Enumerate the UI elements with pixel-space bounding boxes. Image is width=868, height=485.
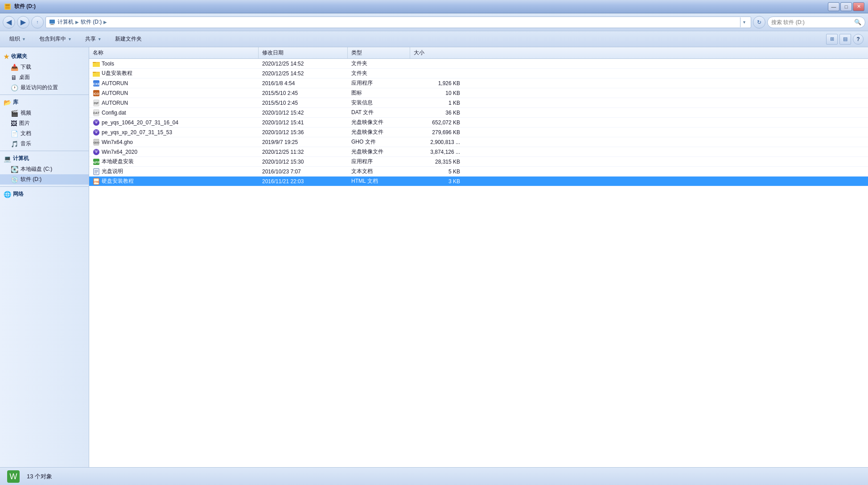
file-type-icon xyxy=(93,168,100,175)
file-name-cell: ISO pe_yqs_xp_20_07_31_15_53 xyxy=(89,129,259,136)
organize-button[interactable]: 组织 ▼ xyxy=(4,33,31,45)
svg-rect-3 xyxy=(49,20,55,24)
computer-icon xyxy=(49,19,56,26)
file-type-cell: 应用程序 xyxy=(348,79,410,87)
main-area: ★ 收藏夹 📥 下载 🖥 桌面 🕐 最近访问的位置 📂 库 xyxy=(0,47,868,467)
network-icon: 🌐 xyxy=(4,191,11,198)
help-button[interactable]: ? xyxy=(853,34,864,45)
sidebar-item-recent[interactable]: 🕐 最近访问的位置 xyxy=(0,82,89,93)
file-type-icon xyxy=(93,70,100,77)
svg-text:HTML: HTML xyxy=(93,181,99,183)
address-bar: ◀ ▶ ↑ 计算机 ▶ 软件 (D:) ▶ ▼ ↻ 🔍 xyxy=(0,13,868,31)
sidebar: ★ 收藏夹 📥 下载 🖥 桌面 🕐 最近访问的位置 📂 库 xyxy=(0,47,89,467)
pictures-icon: 🖼 xyxy=(11,120,17,127)
file-type-icon: GHO xyxy=(93,139,100,146)
table-row[interactable]: U盘安装教程 2020/12/25 14:52 文件夹 xyxy=(89,69,868,78)
file-size-cell: 1,926 KB xyxy=(410,80,464,86)
file-name-cell: 光盘说明 xyxy=(89,168,259,175)
breadcrumb-dropdown[interactable]: ▼ xyxy=(740,17,748,27)
file-type-icon: ICO xyxy=(93,90,100,97)
file-type-icon: EXE xyxy=(93,80,100,87)
col-header-date[interactable]: 修改日期 xyxy=(259,47,348,58)
col-header-type[interactable]: 类型 xyxy=(348,47,410,58)
up-button[interactable]: ↑ xyxy=(31,16,44,29)
svg-rect-5 xyxy=(50,25,54,25)
table-row[interactable]: ICO AUTORUN 2015/5/10 2:45 图标 10 KB xyxy=(89,88,868,98)
sidebar-library-header[interactable]: 📂 库 xyxy=(0,97,89,108)
maximize-button[interactable]: □ xyxy=(840,2,852,11)
table-row[interactable]: APP 本地硬盘安装 2020/10/12 15:30 应用程序 28,315 … xyxy=(89,157,868,167)
sidebar-item-software-d[interactable]: 💿 软件 (D:) xyxy=(0,174,89,185)
window-icon xyxy=(4,3,12,11)
window-controls: — □ ✕ xyxy=(828,2,864,11)
file-date-cell: 2015/5/10 2:45 xyxy=(259,90,348,96)
minimize-button[interactable]: — xyxy=(828,2,839,11)
refresh-button[interactable]: ↻ xyxy=(753,16,765,29)
col-header-size[interactable]: 大小 xyxy=(410,47,464,58)
sidebar-item-videos[interactable]: 🎬 视频 xyxy=(0,108,89,118)
file-type-cell: 文件夹 xyxy=(348,60,410,67)
file-name-cell: GHO Win7x64.gho xyxy=(89,139,259,146)
table-row[interactable]: ISO pe_yqs_xp_20_07_31_15_53 2020/10/12 … xyxy=(89,127,868,137)
file-date-cell: 2020/10/12 15:30 xyxy=(259,159,348,165)
file-date-cell: 2020/12/25 14:52 xyxy=(259,61,348,67)
forward-button[interactable]: ▶ xyxy=(17,16,29,29)
sidebar-item-pictures[interactable]: 🖼 图片 xyxy=(0,118,89,128)
col-header-name[interactable]: 名称 xyxy=(89,47,259,58)
sidebar-network-section: 🌐 网络 xyxy=(0,189,89,200)
disk-d-icon: 💿 xyxy=(11,176,18,183)
file-size-cell: 2,900,813 ... xyxy=(410,139,464,145)
sidebar-favorites-section: ★ 收藏夹 📥 下载 🖥 桌面 🕐 最近访问的位置 xyxy=(0,51,89,93)
sidebar-item-downloads[interactable]: 📥 下载 xyxy=(0,62,89,72)
table-row[interactable]: 光盘说明 2016/10/23 7:07 文本文档 5 KB xyxy=(89,167,868,177)
include-library-button[interactable]: 包含到库中 ▼ xyxy=(34,33,77,45)
file-area: 名称 修改日期 类型 大小 Tools 2020/12/25 14:52 文件夹… xyxy=(89,47,868,467)
file-size-cell: 36 KB xyxy=(410,110,464,116)
file-type-icon: ISO xyxy=(93,148,100,156)
file-size-cell: 652,072 KB xyxy=(410,119,464,126)
documents-icon: 📄 xyxy=(11,130,18,137)
search-icon[interactable]: 🔍 xyxy=(854,19,861,25)
svg-text:DAT: DAT xyxy=(93,111,100,115)
breadcrumb-drive[interactable]: 软件 (D:) xyxy=(81,18,102,26)
sidebar-item-music[interactable]: 🎵 音乐 xyxy=(0,139,89,149)
sidebar-network-header[interactable]: 🌐 网络 xyxy=(0,189,89,200)
view-options-button[interactable]: ⊞ xyxy=(826,34,838,45)
search-input[interactable] xyxy=(771,19,852,25)
share-button[interactable]: 共享 ▼ xyxy=(80,33,107,45)
back-button[interactable]: ◀ xyxy=(3,16,15,29)
table-row[interactable]: DAT Config.dat 2020/10/12 15:42 DAT 文件 3… xyxy=(89,108,868,118)
sidebar-item-documents[interactable]: 📄 文档 xyxy=(0,128,89,139)
new-folder-button[interactable]: 新建文件夹 xyxy=(110,33,147,45)
sidebar-library-section: 📂 库 🎬 视频 🖼 图片 📄 文档 🎵 音乐 xyxy=(0,97,89,149)
sidebar-item-local-c[interactable]: 💽 本地磁盘 (C:) xyxy=(0,164,89,174)
title-bar-left: 软件 (D:) xyxy=(4,3,36,11)
sidebar-favorites-header[interactable]: ★ 收藏夹 xyxy=(0,51,89,62)
file-size-cell: 28,315 KB xyxy=(410,159,464,165)
table-row[interactable]: HTML 硬盘安装教程 2016/11/21 22:03 HTML 文档 3 K… xyxy=(89,177,868,186)
table-row[interactable]: EXE AUTORUN 2016/1/8 4:54 应用程序 1,926 KB xyxy=(89,78,868,88)
close-button[interactable]: ✕ xyxy=(853,2,864,11)
table-row[interactable]: ISO Win7x64_2020 2020/12/25 11:32 光盘映像文件… xyxy=(89,147,868,157)
file-name-cell: Tools xyxy=(89,60,259,67)
file-type-cell: 光盘映像文件 xyxy=(348,148,410,156)
file-list: Tools 2020/12/25 14:52 文件夹 U盘安装教程 2020/1… xyxy=(89,59,868,467)
preview-button[interactable]: ▤ xyxy=(839,34,851,45)
file-size-cell: 10 KB xyxy=(410,90,464,96)
sidebar-computer-header[interactable]: 💻 计算机 xyxy=(0,153,89,164)
table-row[interactable]: GHO Win7x64.gho 2019/9/7 19:25 GHO 文件 2,… xyxy=(89,137,868,147)
computer-folder-icon: 💻 xyxy=(4,155,11,162)
file-type-cell: 图标 xyxy=(348,89,410,97)
table-row[interactable]: Tools 2020/12/25 14:52 文件夹 xyxy=(89,59,868,69)
sidebar-computer-section: 💻 计算机 💽 本地磁盘 (C:) 💿 软件 (D:) xyxy=(0,153,89,185)
breadcrumb-computer[interactable]: 计算机 xyxy=(58,18,74,26)
sidebar-item-desktop[interactable]: 🖥 桌面 xyxy=(0,72,89,82)
video-icon: 🎬 xyxy=(11,110,18,117)
search-bar: 🔍 xyxy=(767,16,865,28)
file-type-cell: 文本文档 xyxy=(348,168,410,175)
star-icon: ★ xyxy=(4,53,9,60)
table-row[interactable]: ISO pe_yqs_1064_20_07_31_16_04 2020/10/1… xyxy=(89,118,868,127)
sidebar-divider-3 xyxy=(0,186,89,187)
desktop-icon: 🖥 xyxy=(11,74,17,81)
table-row[interactable]: INF AUTORUN 2015/5/10 2:45 安装信息 1 KB xyxy=(89,98,868,108)
